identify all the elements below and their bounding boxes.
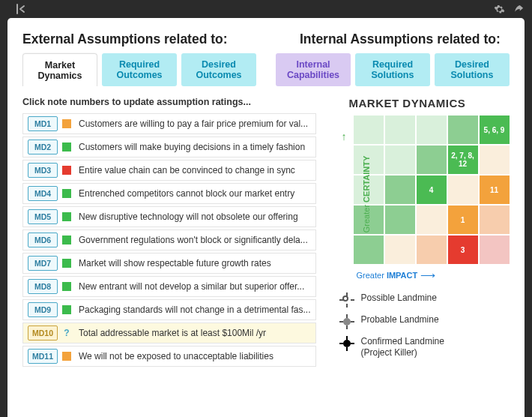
assumption-text: We will not be exposed to unacceptable l… bbox=[79, 351, 315, 362]
tabgroup-external: Market Dynamics Required Outcomes Desire… bbox=[22, 53, 256, 86]
status-green-icon bbox=[62, 212, 71, 221]
assumption-row: MD10?Total addressable market is at leas… bbox=[22, 322, 316, 344]
status-green-icon bbox=[62, 282, 71, 291]
assumption-row: MD9Packaging standards will not change i… bbox=[22, 299, 316, 320]
tab-market-dynamics[interactable]: Market Dynamics bbox=[22, 53, 97, 86]
instruction-text: Click note numbers to update assumption … bbox=[22, 97, 316, 107]
chart-cell[interactable] bbox=[417, 116, 447, 144]
status-green-icon bbox=[62, 142, 71, 152]
assumption-text: New entrant will not develop a similar b… bbox=[79, 281, 315, 292]
share-icon[interactable] bbox=[513, 3, 525, 15]
chart-cell[interactable]: 11 bbox=[480, 176, 510, 204]
assumption-text: Customers are willing to pay a fair pric… bbox=[79, 118, 315, 129]
assumption-text: New disruptive technology will not obsol… bbox=[79, 212, 315, 222]
assumption-text: Total addressable market is at least $10… bbox=[79, 328, 315, 338]
legend-row: Probable Landmine bbox=[340, 314, 511, 328]
chart-y-axis-label: Greater CERTAINTY bbox=[328, 123, 405, 266]
landmine-conf-icon bbox=[340, 337, 354, 350]
legend-label: Possible Landmine bbox=[361, 292, 437, 304]
tab-desired-outcomes[interactable]: Desired Outcomes bbox=[181, 53, 256, 86]
assumption-code-button[interactable]: MD9 bbox=[28, 302, 58, 317]
assumption-code-button[interactable]: MD8 bbox=[28, 279, 58, 294]
dock-left-icon[interactable] bbox=[15, 3, 27, 15]
chart-cell[interactable] bbox=[448, 116, 478, 144]
chart-cell[interactable] bbox=[417, 236, 447, 264]
tab-required-outcomes[interactable]: Required Outcomes bbox=[102, 53, 177, 86]
assumption-row: MD3Entire value chain can be convinced t… bbox=[22, 160, 316, 181]
tab-desired-solutions[interactable]: Desired Solutions bbox=[435, 53, 510, 86]
assumption-code-button[interactable]: MD11 bbox=[28, 349, 58, 364]
tab-strip: Market Dynamics Required Outcomes Desire… bbox=[22, 53, 510, 86]
tab-required-solutions[interactable]: Required Solutions bbox=[355, 53, 430, 86]
chart-cell[interactable]: 1 bbox=[448, 206, 478, 234]
heading-internal: Internal Assumptions related to: bbox=[277, 32, 510, 47]
chart-cell[interactable]: 5, 6, 9 bbox=[480, 116, 510, 144]
assumption-row: MD11We will not be exposed to unacceptab… bbox=[22, 346, 316, 367]
chart-title: MARKET DYNAMICS bbox=[330, 97, 511, 110]
legend-label: Probable Landmine bbox=[361, 314, 439, 326]
landmine-poss-icon bbox=[340, 293, 354, 307]
assumption-text: Packaging standards will not change in a… bbox=[79, 304, 315, 315]
chart-cell[interactable]: 4 bbox=[417, 176, 447, 204]
chart-cell[interactable] bbox=[448, 176, 478, 204]
landmine-prob-icon bbox=[340, 315, 354, 328]
chart-legend: Possible LandmineProbable LandmineConfir… bbox=[340, 292, 511, 358]
assumption-text: Government regulations won't block or si… bbox=[79, 235, 315, 245]
status-orange-icon bbox=[62, 119, 71, 128]
gear-icon[interactable] bbox=[493, 3, 505, 15]
page: External Assumptions related to: Interna… bbox=[7, 18, 525, 417]
chart-x-arrow-icon: ⟶ bbox=[420, 269, 435, 281]
assumption-code-button[interactable]: MD5 bbox=[28, 209, 58, 224]
chart-cell[interactable]: 3 bbox=[448, 236, 478, 264]
chart: Greater CERTAINTY ↑ 5, 6, 92, 7, 8, 1241… bbox=[339, 116, 511, 280]
chart-x-axis-label: Greater IMPACT⟶ bbox=[357, 268, 511, 280]
status-unknown-icon: ? bbox=[62, 328, 71, 338]
legend-row: Possible Landmine bbox=[340, 292, 511, 307]
assumption-row: MD2Customers will make buying decisions … bbox=[22, 136, 316, 158]
assumption-code-button[interactable]: MD10 bbox=[28, 326, 58, 340]
assumption-row: MD4Entrenched competitors cannot block o… bbox=[22, 183, 316, 204]
assumption-row: MD6Government regulations won't block or… bbox=[22, 230, 316, 250]
chart-cell[interactable] bbox=[480, 236, 510, 264]
tabgroup-internal: Internal Capabilities Required Solutions… bbox=[276, 53, 510, 86]
assumption-row: MD5New disruptive technology will not ob… bbox=[22, 206, 316, 227]
assumption-code-button[interactable]: MD3 bbox=[28, 163, 58, 178]
assumption-text: Customers will make buying decisions in … bbox=[79, 142, 315, 152]
assumption-row: MD1Customers are willing to pay a fair p… bbox=[22, 113, 316, 134]
status-green-icon bbox=[62, 189, 71, 198]
assumption-row: MD7Market will show respectable future g… bbox=[22, 253, 316, 274]
chart-cell[interactable] bbox=[480, 146, 510, 174]
status-red-icon bbox=[62, 166, 71, 175]
assumption-code-button[interactable]: MD4 bbox=[28, 186, 58, 201]
status-green-icon bbox=[62, 259, 71, 268]
chart-cell[interactable] bbox=[480, 206, 510, 234]
chart-cell[interactable]: 2, 7, 8, 12 bbox=[448, 146, 478, 174]
status-green-icon bbox=[62, 236, 71, 244]
chart-y-arrow-icon: ↑ bbox=[342, 130, 347, 142]
chart-cell[interactable] bbox=[417, 206, 447, 234]
legend-label: Confirmed Landmine(Project Killer) bbox=[361, 336, 444, 358]
assumption-text: Entrenched competitors cannot block our … bbox=[79, 188, 315, 199]
assumption-list: MD1Customers are willing to pay a fair p… bbox=[22, 113, 316, 367]
assumption-code-button[interactable]: MD7 bbox=[28, 256, 58, 271]
assumption-code-button[interactable]: MD6 bbox=[28, 232, 58, 248]
status-orange-icon bbox=[62, 352, 71, 361]
assumption-row: MD8New entrant will not develop a simila… bbox=[22, 276, 316, 297]
assumption-text: Market will show respectable future grow… bbox=[79, 258, 315, 268]
heading-external: External Assumptions related to: bbox=[22, 32, 277, 47]
assumption-text: Entire value chain can be convinced to c… bbox=[79, 165, 315, 176]
assumption-code-button[interactable]: MD1 bbox=[28, 116, 58, 131]
status-green-icon bbox=[62, 305, 71, 314]
tab-internal-capabilities[interactable]: Internal Capabilities bbox=[276, 53, 351, 86]
assumption-code-button[interactable]: MD2 bbox=[28, 140, 58, 154]
chart-cell[interactable] bbox=[417, 146, 447, 174]
legend-row: Confirmed Landmine(Project Killer) bbox=[340, 336, 511, 358]
